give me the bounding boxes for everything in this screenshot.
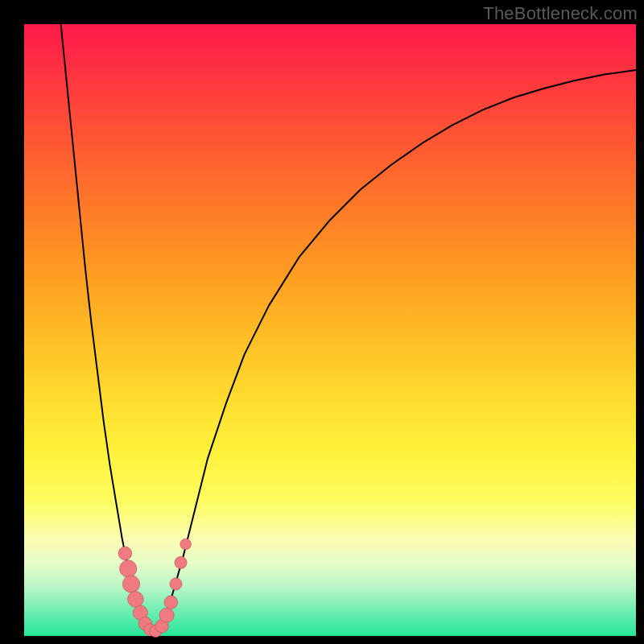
data-marker — [118, 547, 132, 560]
marker-group — [118, 539, 191, 637]
data-marker — [175, 556, 187, 568]
data-marker — [127, 592, 143, 608]
data-marker — [122, 576, 139, 592]
data-marker — [120, 560, 137, 577]
data-marker — [159, 608, 174, 622]
curve-right-branch — [159, 70, 636, 630]
data-marker — [164, 596, 178, 609]
data-marker — [180, 539, 192, 550]
curve-left-branch — [61, 24, 147, 630]
chart-svg — [24, 24, 636, 636]
outer-frame: TheBottleneck.com — [0, 0, 644, 644]
attribution-text: TheBottleneck.com — [483, 3, 638, 24]
plot-area — [24, 24, 636, 636]
data-marker — [170, 578, 182, 590]
